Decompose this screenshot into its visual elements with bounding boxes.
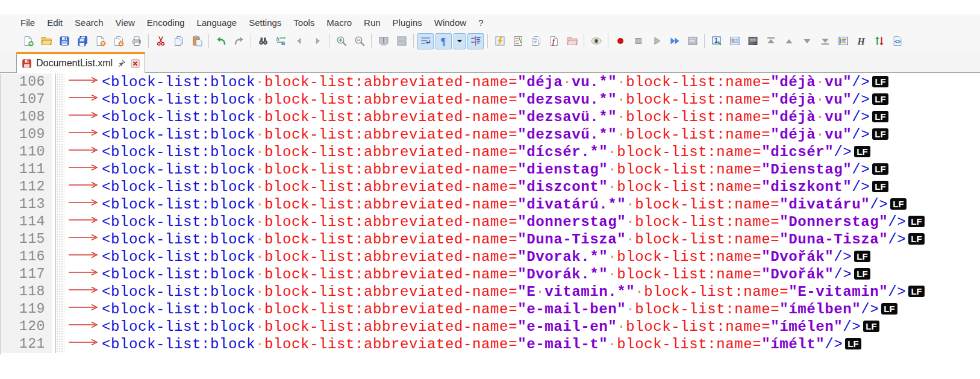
menu-view[interactable]: View (110, 16, 141, 30)
document-map-button[interactable] (510, 33, 526, 49)
toolbar-separator (584, 34, 584, 48)
menu-edit[interactable]: Edit (41, 16, 69, 30)
paste-button[interactable] (189, 33, 205, 49)
goto-up-button[interactable] (781, 33, 797, 49)
quote: " (608, 109, 617, 125)
menu-encoding[interactable]: Encoding (141, 16, 191, 30)
tab-documentlist-xml[interactable]: DocumentList.xml (16, 53, 145, 73)
xml-check-button[interactable]: <> (889, 33, 905, 49)
code-content: <block-list:block·block-list:abbreviated… (64, 283, 980, 301)
bookmark-margin[interactable] (55, 213, 64, 231)
open-file-button[interactable] (38, 33, 54, 49)
quote: " (843, 179, 852, 195)
colored-window-button[interactable] (835, 33, 851, 49)
bookmark-margin[interactable] (55, 266, 64, 283)
menu-language[interactable]: Language (190, 16, 243, 30)
show-all-chars-button[interactable]: ¶ (435, 33, 452, 49)
word-wrap-button[interactable] (417, 33, 434, 49)
quote: " (770, 127, 779, 143)
save-file-button[interactable] (56, 33, 72, 49)
convert-case-button[interactable] (871, 33, 887, 49)
bookmark-margin[interactable] (55, 91, 64, 108)
menu-settings[interactable]: Settings (243, 16, 287, 30)
close-all-button[interactable] (110, 33, 126, 49)
unsaved-floppy-icon (22, 58, 32, 69)
bookmark-margin[interactable] (55, 74, 64, 91)
menu-help[interactable]: ? (472, 16, 489, 30)
bookmark-margin[interactable] (55, 248, 64, 266)
macro-save-button[interactable] (684, 33, 701, 49)
bookmark-margin[interactable] (55, 143, 64, 161)
tab-arrow-icon (66, 108, 102, 121)
bookmark-margin[interactable] (55, 178, 64, 196)
bookmark-margin[interactable] (55, 336, 64, 353)
space-dot: · (535, 284, 545, 300)
menu-tools[interactable]: Tools (287, 16, 320, 30)
replace-button[interactable]: ha (273, 33, 289, 49)
nav-back-button[interactable] (291, 33, 307, 49)
abbreviated-value: déja (526, 74, 563, 90)
bookmark-margin[interactable] (55, 301, 64, 318)
close-file-button[interactable] (92, 33, 108, 49)
name-value: vu (825, 127, 843, 143)
close-tab-icon[interactable] (131, 59, 140, 68)
bookmark-margin[interactable] (55, 318, 64, 336)
file-monitor-button[interactable]: f (546, 33, 562, 49)
quote: " (517, 92, 526, 108)
print-button[interactable] (128, 33, 145, 49)
goto-bottom-button[interactable] (817, 33, 833, 49)
run-command-button[interactable]: 1 (708, 33, 725, 49)
menu-search[interactable]: Search (69, 16, 110, 30)
function-list-button[interactable] (492, 33, 508, 49)
save-all-button[interactable] (74, 33, 90, 49)
sync-vertical-button[interactable] (375, 33, 392, 49)
indent-guide-button[interactable] (467, 33, 484, 49)
undo-button[interactable] (213, 33, 229, 49)
bookmark-margin[interactable] (55, 126, 64, 143)
dark-list-button[interactable] (744, 33, 761, 49)
menu-window[interactable]: Window (428, 16, 472, 30)
zoom-in-button[interactable] (333, 33, 349, 49)
document-list-button[interactable] (528, 33, 544, 49)
attr-abbreviated-name: block-list:abbreviated-name= (264, 266, 517, 283)
bookmark-margin[interactable] (55, 108, 64, 126)
folder-workspace-button[interactable] (564, 33, 580, 49)
svg-text:1: 1 (714, 37, 718, 44)
menu-file[interactable]: File (14, 16, 41, 30)
menu-run[interactable]: Run (358, 16, 387, 30)
macro-record-button[interactable] (612, 33, 628, 49)
code-editor[interactable]: 106<block-list:block·block-list:abbrevia… (0, 74, 980, 355)
cut-button[interactable] (152, 33, 169, 49)
find-button[interactable] (255, 33, 271, 49)
zoom-out-button[interactable] (351, 33, 367, 49)
svg-text:a: a (281, 39, 286, 46)
copy-button[interactable] (170, 33, 187, 49)
goto-down-button[interactable] (799, 33, 815, 49)
new-file-button[interactable] (20, 33, 36, 49)
quote: " (517, 336, 526, 352)
macro-play-button[interactable] (648, 33, 664, 49)
macro-stop-button[interactable] (630, 33, 646, 49)
menu-macro[interactable]: Macro (320, 16, 358, 30)
attr-name: block-list:name= (617, 179, 761, 195)
monitoring-eye-button[interactable] (588, 33, 604, 49)
color-list-button[interactable] (726, 33, 743, 49)
dark-list-icon (747, 35, 759, 47)
nav-forward-button[interactable] (309, 33, 325, 49)
space-dot: · (608, 249, 617, 265)
html-tag-h-button[interactable]: H (853, 33, 869, 49)
bookmark-margin[interactable] (55, 196, 64, 213)
attr-abbreviated-name: block-list:abbreviated-name= (264, 127, 517, 143)
sync-horizontal-button[interactable] (393, 33, 410, 49)
pin-icon[interactable] (117, 58, 126, 68)
redo-button[interactable] (231, 33, 247, 49)
bookmark-margin[interactable] (55, 231, 64, 248)
macro-run-multiple-button[interactable] (666, 33, 682, 49)
bookmark-margin[interactable] (55, 161, 64, 178)
attr-abbreviated-name: block-list:abbreviated-name= (264, 301, 517, 318)
bookmark-margin[interactable] (55, 283, 64, 301)
menu-plugins[interactable]: Plugins (387, 16, 428, 30)
dropdown-arrow-button[interactable] (454, 33, 466, 49)
xml-tag-close: /> (852, 92, 870, 108)
goto-top-button[interactable] (763, 33, 779, 49)
